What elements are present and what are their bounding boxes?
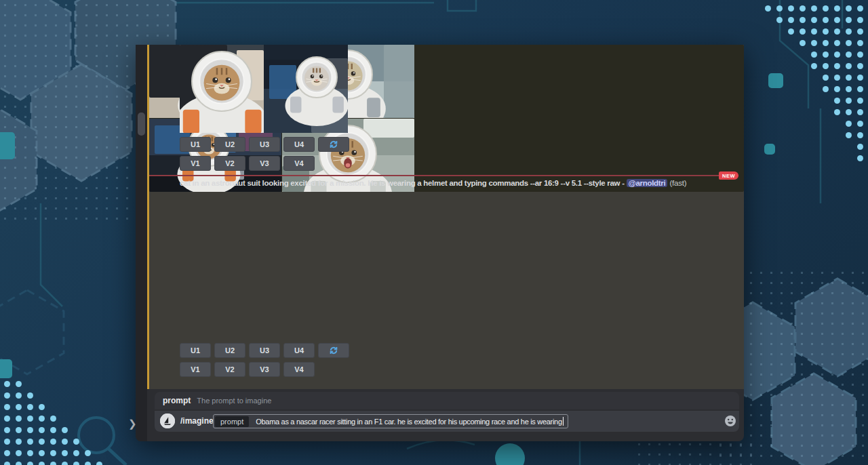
u3-button[interactable]: U3	[249, 137, 280, 152]
u4-button[interactable]: U4	[283, 343, 315, 358]
new-badge[interactable]: NEW	[719, 171, 738, 180]
autocomplete-description: The prompt to imagine	[197, 397, 271, 405]
u4-button[interactable]: U4	[283, 137, 315, 152]
upscale-button-row-2: U1 U2 U3 U4	[180, 343, 349, 358]
imagine-command-label: /imagine	[180, 411, 214, 432]
reroll-button[interactable]	[318, 343, 349, 358]
v3-button[interactable]: V3	[249, 156, 280, 171]
message-prompt-text: cat in an astronaut suit looking excited…	[180, 179, 686, 187]
discord-window: ❯ U1 U2 U3 U4	[136, 45, 744, 441]
midjourney-bot-avatar	[160, 413, 175, 428]
emoji-smiley-icon[interactable]	[724, 415, 736, 427]
u2-button[interactable]: U2	[214, 343, 245, 358]
new-messages-divider	[149, 175, 738, 176]
v2-button[interactable]: V2	[214, 156, 245, 171]
message-input-bar: /imagine prompt Obama as a nascar racer …	[155, 411, 739, 432]
generated-image-2[interactable]	[264, 45, 348, 133]
teal-square-left-1	[0, 132, 15, 159]
prompt-input-field[interactable]: prompt Obama as a nascar racer sitting i…	[213, 414, 568, 428]
v2-button[interactable]: V2	[214, 362, 245, 377]
autocomplete-option: prompt	[163, 396, 191, 405]
generated-image-1[interactable]	[180, 45, 264, 133]
slash-command-autocomplete[interactable]: prompt The prompt to imagine	[155, 392, 739, 409]
fast-mode-label: (fast)	[667, 179, 686, 187]
teal-square-left-2	[0, 359, 12, 378]
prompt-option-chip: prompt	[215, 416, 249, 427]
v4-button[interactable]: V4	[283, 156, 315, 171]
v4-button[interactable]: V4	[283, 362, 315, 377]
dot-staircase-bottom-left	[4, 381, 119, 465]
dot-staircase-top-right	[765, 5, 868, 182]
variation-button-row-2: V1 V2 V3 V4	[180, 362, 315, 377]
v1-button[interactable]: V1	[180, 362, 211, 377]
u1-button[interactable]: U1	[180, 137, 211, 152]
sailboat-icon	[160, 413, 175, 428]
v1-button[interactable]: V1	[180, 156, 211, 171]
desktop-background: ❯ U1 U2 U3 U4	[0, 0, 868, 465]
teal-square-right-2	[764, 144, 775, 155]
prompt-input-value: Obama as a nascar racer sitting in an F1…	[256, 418, 562, 426]
u1-button[interactable]: U1	[180, 343, 211, 358]
prompt-separator: -	[620, 179, 626, 187]
v3-button[interactable]: V3	[249, 362, 280, 377]
u2-button[interactable]: U2	[214, 137, 245, 152]
teal-square-right-1	[768, 73, 783, 88]
mention-highlighted-messages: U1 U2 U3 U4 V1 V2	[147, 45, 744, 389]
reroll-icon	[329, 346, 338, 355]
image-grid-partial	[180, 45, 348, 133]
variation-button-row-1: V1 V2 V3 V4	[180, 156, 315, 171]
reroll-icon	[329, 140, 338, 149]
channel-edge-strip	[136, 45, 147, 441]
scrollbar-thumb[interactable]	[138, 113, 145, 136]
reroll-button[interactable]	[318, 137, 349, 152]
chat-area: U1 U2 U3 U4 V1 V2	[147, 45, 744, 441]
upscale-button-row-1: U1 U2 U3 U4	[180, 137, 349, 152]
text-caret	[563, 417, 564, 426]
prompt-text: cat in an astronaut suit looking excited…	[180, 179, 620, 187]
collapse-chevron-icon[interactable]: ❯	[128, 418, 137, 430]
user-mention[interactable]: @arnoldtri	[627, 179, 668, 187]
u3-button[interactable]: U3	[249, 343, 280, 358]
